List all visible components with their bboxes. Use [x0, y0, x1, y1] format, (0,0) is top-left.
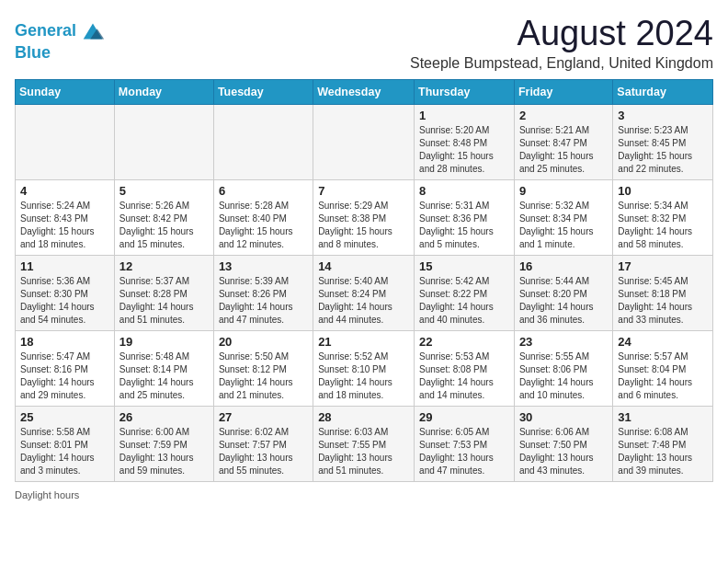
day-number: 19 [119, 335, 209, 349]
day-info: Sunrise: 5:31 AM Sunset: 8:36 PM Dayligh… [419, 200, 509, 251]
calendar-cell: 7Sunrise: 5:29 AM Sunset: 8:38 PM Daylig… [313, 179, 415, 255]
calendar-cell [16, 104, 115, 179]
calendar-cell: 9Sunrise: 5:32 AM Sunset: 8:34 PM Daylig… [514, 179, 612, 255]
day-number: 9 [519, 184, 608, 198]
calendar-cell [114, 104, 213, 179]
day-info: Sunrise: 5:52 AM Sunset: 8:10 PM Dayligh… [318, 350, 409, 402]
day-number: 6 [219, 184, 308, 198]
calendar-cell: 5Sunrise: 5:26 AM Sunset: 8:42 PM Daylig… [114, 179, 213, 255]
calendar-cell: 2Sunrise: 5:21 AM Sunset: 8:47 PM Daylig… [514, 104, 612, 179]
calendar-cell: 4Sunrise: 5:24 AM Sunset: 8:43 PM Daylig… [16, 179, 115, 255]
day-info: Sunrise: 5:26 AM Sunset: 8:42 PM Dayligh… [119, 200, 209, 251]
logo: General Blue [15, 18, 106, 63]
day-number: 29 [419, 410, 509, 424]
day-info: Sunrise: 5:44 AM Sunset: 8:20 PM Dayligh… [519, 275, 608, 327]
day-header-monday: Monday [114, 79, 213, 104]
day-number: 24 [618, 335, 708, 349]
calendar-cell: 21Sunrise: 5:52 AM Sunset: 8:10 PM Dayli… [313, 330, 415, 406]
main-title: August 2024 [410, 15, 713, 53]
daylight-label: Daylight hours [15, 489, 79, 500]
calendar-cell: 15Sunrise: 5:42 AM Sunset: 8:22 PM Dayli… [415, 255, 515, 330]
day-number: 21 [318, 335, 409, 349]
logo-text: General [15, 22, 76, 40]
calendar-cell: 3Sunrise: 5:23 AM Sunset: 8:45 PM Daylig… [613, 104, 713, 179]
day-info: Sunrise: 5:40 AM Sunset: 8:24 PM Dayligh… [318, 275, 409, 327]
calendar-cell: 26Sunrise: 6:00 AM Sunset: 7:59 PM Dayli… [114, 406, 213, 481]
calendar-week-4: 18Sunrise: 5:47 AM Sunset: 8:16 PM Dayli… [16, 330, 713, 406]
day-info: Sunrise: 5:24 AM Sunset: 8:43 PM Dayligh… [20, 200, 109, 251]
calendar-cell: 10Sunrise: 5:34 AM Sunset: 8:32 PM Dayli… [613, 179, 713, 255]
calendar-cell: 28Sunrise: 6:03 AM Sunset: 7:55 PM Dayli… [313, 406, 415, 481]
day-info: Sunrise: 5:21 AM Sunset: 8:47 PM Dayligh… [519, 124, 608, 176]
day-info: Sunrise: 6:03 AM Sunset: 7:55 PM Dayligh… [318, 426, 409, 477]
day-info: Sunrise: 5:37 AM Sunset: 8:28 PM Dayligh… [119, 275, 209, 327]
day-info: Sunrise: 5:45 AM Sunset: 8:18 PM Dayligh… [618, 275, 708, 327]
day-info: Sunrise: 6:06 AM Sunset: 7:50 PM Dayligh… [519, 426, 608, 477]
calendar-cell: 23Sunrise: 5:55 AM Sunset: 8:06 PM Dayli… [514, 330, 612, 406]
day-info: Sunrise: 5:29 AM Sunset: 8:38 PM Dayligh… [318, 200, 409, 251]
day-number: 10 [618, 184, 708, 198]
calendar-week-3: 11Sunrise: 5:36 AM Sunset: 8:30 PM Dayli… [16, 255, 713, 330]
day-number: 14 [318, 259, 409, 273]
calendar-cell: 19Sunrise: 5:48 AM Sunset: 8:14 PM Dayli… [114, 330, 213, 406]
day-info: Sunrise: 5:58 AM Sunset: 8:01 PM Dayligh… [20, 426, 109, 477]
calendar-cell: 27Sunrise: 6:02 AM Sunset: 7:57 PM Dayli… [213, 406, 313, 481]
day-number: 27 [219, 410, 308, 424]
logo-blue: Blue [15, 44, 106, 63]
day-number: 1 [419, 109, 509, 122]
day-info: Sunrise: 5:53 AM Sunset: 8:08 PM Dayligh… [419, 350, 509, 402]
day-header-wednesday: Wednesday [313, 79, 415, 104]
calendar-cell: 24Sunrise: 5:57 AM Sunset: 8:04 PM Dayli… [613, 330, 713, 406]
day-header-tuesday: Tuesday [213, 79, 313, 104]
calendar-cell: 29Sunrise: 6:05 AM Sunset: 7:53 PM Dayli… [415, 406, 515, 481]
day-number: 16 [519, 259, 608, 273]
day-number: 13 [219, 259, 308, 273]
calendar-cell: 20Sunrise: 5:50 AM Sunset: 8:12 PM Dayli… [213, 330, 313, 406]
day-number: 26 [119, 410, 209, 424]
day-number: 8 [419, 184, 509, 198]
calendar-header-row: SundayMondayTuesdayWednesdayThursdayFrid… [16, 79, 713, 104]
day-info: Sunrise: 5:50 AM Sunset: 8:12 PM Dayligh… [219, 350, 308, 402]
calendar: SundayMondayTuesdayWednesdayThursdayFrid… [15, 79, 713, 482]
calendar-cell: 25Sunrise: 5:58 AM Sunset: 8:01 PM Dayli… [16, 406, 115, 481]
subtitle: Steeple Bumpstead, England, United Kingd… [410, 55, 713, 72]
day-info: Sunrise: 5:36 AM Sunset: 8:30 PM Dayligh… [20, 275, 109, 327]
calendar-cell: 30Sunrise: 6:06 AM Sunset: 7:50 PM Dayli… [514, 406, 612, 481]
calendar-cell: 1Sunrise: 5:20 AM Sunset: 8:48 PM Daylig… [415, 104, 515, 179]
day-header-saturday: Saturday [613, 79, 713, 104]
logo-general: General [15, 21, 76, 40]
day-info: Sunrise: 5:34 AM Sunset: 8:32 PM Dayligh… [618, 200, 708, 251]
calendar-week-1: 1Sunrise: 5:20 AM Sunset: 8:48 PM Daylig… [16, 104, 713, 179]
day-info: Sunrise: 5:32 AM Sunset: 8:34 PM Dayligh… [519, 200, 608, 251]
day-number: 28 [318, 410, 409, 424]
calendar-cell: 11Sunrise: 5:36 AM Sunset: 8:30 PM Dayli… [16, 255, 115, 330]
calendar-cell [313, 104, 415, 179]
day-header-thursday: Thursday [415, 79, 515, 104]
day-number: 12 [119, 259, 209, 273]
day-number: 18 [20, 335, 109, 349]
calendar-cell: 22Sunrise: 5:53 AM Sunset: 8:08 PM Dayli… [415, 330, 515, 406]
day-info: Sunrise: 5:48 AM Sunset: 8:14 PM Dayligh… [119, 350, 209, 402]
day-number: 23 [519, 335, 608, 349]
day-info: Sunrise: 5:20 AM Sunset: 8:48 PM Dayligh… [419, 124, 509, 176]
calendar-cell: 13Sunrise: 5:39 AM Sunset: 8:26 PM Dayli… [213, 255, 313, 330]
calendar-week-2: 4Sunrise: 5:24 AM Sunset: 8:43 PM Daylig… [16, 179, 713, 255]
title-section: August 2024 Steeple Bumpstead, England, … [410, 15, 713, 72]
day-number: 20 [219, 335, 308, 349]
calendar-cell: 31Sunrise: 6:08 AM Sunset: 7:48 PM Dayli… [613, 406, 713, 481]
day-number: 15 [419, 259, 509, 273]
day-info: Sunrise: 5:23 AM Sunset: 8:45 PM Dayligh… [618, 124, 708, 176]
day-info: Sunrise: 6:00 AM Sunset: 7:59 PM Dayligh… [119, 426, 209, 477]
day-number: 7 [318, 184, 409, 198]
day-number: 2 [519, 109, 608, 122]
day-number: 17 [618, 259, 708, 273]
day-info: Sunrise: 5:57 AM Sunset: 8:04 PM Dayligh… [618, 350, 708, 402]
day-number: 31 [618, 410, 708, 424]
footer-note: Daylight hours [15, 489, 713, 500]
calendar-cell: 8Sunrise: 5:31 AM Sunset: 8:36 PM Daylig… [415, 179, 515, 255]
day-info: Sunrise: 6:02 AM Sunset: 7:57 PM Dayligh… [219, 426, 308, 477]
day-number: 4 [20, 184, 109, 198]
day-number: 5 [119, 184, 209, 198]
day-info: Sunrise: 5:28 AM Sunset: 8:40 PM Dayligh… [219, 200, 308, 251]
day-info: Sunrise: 5:42 AM Sunset: 8:22 PM Dayligh… [419, 275, 509, 327]
